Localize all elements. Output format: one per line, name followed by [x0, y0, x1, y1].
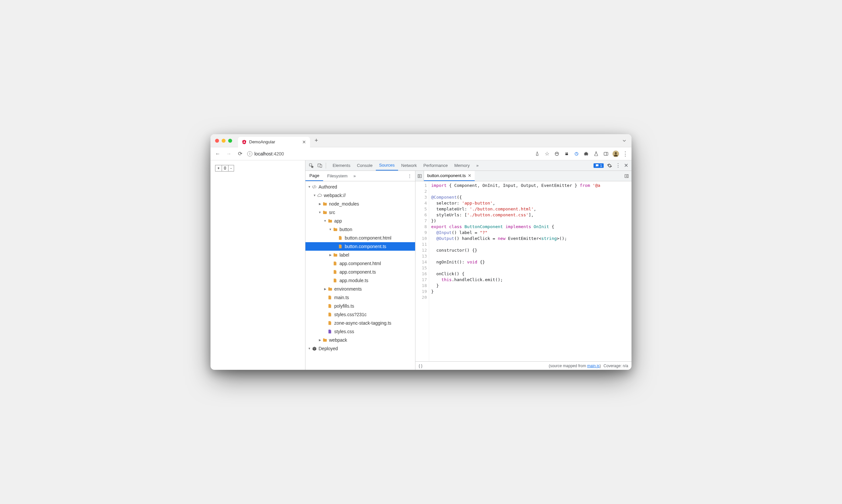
chrome-window: DemoAngular ✕ + ← → ⟳ i localhost:4200 ☆… — [211, 134, 631, 370]
source-map-info: (source mapped from main.js) — [549, 364, 601, 368]
source-map-link[interactable]: main.js — [587, 364, 600, 368]
tree-styles-q[interactable]: styles.css?231c — [305, 310, 415, 319]
pretty-print-icon[interactable]: { } — [419, 364, 422, 368]
issue-count: 1 — [600, 164, 602, 167]
minimize-window-icon[interactable] — [222, 139, 226, 143]
tab-close-icon[interactable]: ✕ — [302, 140, 306, 145]
tree-styles[interactable]: styles.css — [305, 327, 415, 336]
counter-widget: + 0 - — [215, 165, 234, 172]
tree-button-html[interactable]: button.component.html — [305, 234, 415, 242]
devtools-close-icon[interactable]: ✕ — [624, 162, 628, 168]
tree-node-modules[interactable]: ▶node_modules — [305, 200, 415, 208]
angular-icon — [242, 140, 247, 144]
code-editor[interactable]: 1234567891011121314151617181920 import {… — [415, 181, 631, 361]
file-tab[interactable]: button.component.ts ✕ — [424, 171, 475, 181]
sidebar-tabs-overflow[interactable]: » — [354, 171, 356, 181]
chrome-menu-button[interactable]: ⋮ — [622, 150, 628, 158]
tree-webpack[interactable]: ▼webpack:// — [305, 191, 415, 200]
extension-icon-2[interactable] — [563, 150, 570, 157]
tabs-overflow[interactable]: » — [473, 160, 482, 170]
editor-area: button.component.ts ✕ 123456789101112131… — [415, 171, 631, 370]
tab-memory[interactable]: Memory — [451, 160, 473, 170]
profile-avatar[interactable] — [612, 150, 619, 157]
toggle-debugger-icon[interactable] — [622, 171, 631, 181]
svg-point-4 — [557, 153, 558, 154]
file-tab-name: button.component.ts — [427, 173, 466, 178]
tree-label[interactable]: ▶label — [305, 251, 415, 259]
counter-plus-button[interactable]: + — [215, 165, 222, 171]
devtools: Elements Console Sources Network Perform… — [305, 160, 631, 370]
tab-network[interactable]: Network — [398, 160, 420, 170]
titlebar: DemoAngular ✕ + — [211, 134, 631, 147]
url-port: :4200 — [272, 151, 284, 157]
settings-icon[interactable] — [607, 163, 612, 168]
tab-elements[interactable]: Elements — [329, 160, 354, 170]
tree-environments[interactable]: ▶environments — [305, 285, 415, 293]
share-icon[interactable] — [534, 150, 540, 157]
tree-button[interactable]: ▼button — [305, 225, 415, 234]
sidebar-tab-page[interactable]: Page — [305, 171, 323, 181]
svg-rect-5 — [566, 153, 568, 155]
svg-point-7 — [567, 152, 568, 153]
sidebar-menu-icon[interactable]: ⋮ — [404, 171, 415, 181]
tree-app-module[interactable]: app.module.ts — [305, 276, 415, 285]
new-tab-button[interactable]: + — [315, 137, 318, 144]
source-code: import { Component, OnInit, Input, Outpu… — [429, 181, 631, 361]
tab-overflow-button[interactable] — [622, 138, 627, 143]
svg-rect-9 — [604, 152, 608, 155]
page-content: + 0 - — [211, 160, 305, 370]
extension-icon-3[interactable] — [573, 150, 580, 157]
tree-deployed[interactable]: ▼Deployed — [305, 344, 415, 353]
svg-point-3 — [556, 153, 557, 154]
tab-title: DemoAngular — [249, 140, 275, 144]
tree-app[interactable]: ▼app — [305, 217, 415, 225]
side-panel-icon[interactable] — [603, 150, 609, 157]
tab-performance[interactable]: Performance — [420, 160, 451, 170]
reload-button[interactable]: ⟳ — [236, 150, 244, 157]
svg-rect-15 — [320, 165, 322, 167]
site-info-icon[interactable]: i — [247, 151, 252, 157]
file-tab-close-icon[interactable]: ✕ — [468, 173, 471, 178]
window-controls — [211, 139, 237, 143]
sidebar-tab-filesystem[interactable]: Filesystem — [323, 171, 351, 181]
toggle-navigator-icon[interactable] — [415, 171, 424, 181]
bookmark-icon[interactable]: ☆ — [544, 150, 550, 157]
file-tabs: button.component.ts ✕ — [415, 171, 631, 181]
tab-sources[interactable]: Sources — [376, 160, 398, 170]
tab-console[interactable]: Console — [354, 160, 376, 170]
toolbar: ← → ⟳ i localhost:4200 ☆ ⋮ — [211, 147, 631, 160]
tree-button-ts[interactable]: button.component.ts — [305, 242, 415, 251]
tree-webpack-folder[interactable]: ▶webpack — [305, 336, 415, 344]
sources-sidebar: Page Filesystem » ⋮ ▼Authored▼webpack://… — [305, 171, 415, 370]
editor-footer: { } (source mapped from main.js) Coverag… — [415, 361, 631, 370]
tree-app-ts[interactable]: app.component.ts — [305, 268, 415, 276]
extensions-puzzle-icon[interactable] — [583, 150, 590, 157]
svg-point-12 — [615, 152, 617, 154]
line-numbers: 1234567891011121314151617181920 — [415, 181, 429, 361]
body: + 0 - Elements Console Sources Network P… — [211, 160, 631, 370]
extension-icon[interactable] — [554, 150, 560, 157]
device-icon[interactable] — [317, 163, 322, 168]
forward-button: → — [225, 151, 233, 157]
tree-polyfills[interactable]: polyfills.ts — [305, 302, 415, 310]
address-bar[interactable]: i localhost:4200 — [247, 151, 531, 157]
devtools-menu-icon[interactable]: ⋮ — [615, 162, 621, 168]
inspect-icon[interactable] — [309, 163, 314, 168]
tree-app-html[interactable]: app.component.html — [305, 259, 415, 268]
tree-main[interactable]: main.ts — [305, 293, 415, 302]
tree-zone[interactable]: zone-async-stack-tagging.ts — [305, 319, 415, 327]
maximize-window-icon[interactable] — [228, 139, 232, 143]
counter-value: 0 — [222, 165, 229, 171]
devtools-tabs: Elements Console Sources Network Perform… — [305, 160, 631, 171]
file-tree: ▼Authored▼webpack://▶node_modules▼src▼ap… — [305, 181, 415, 370]
issues-badge[interactable]: 1 — [593, 163, 604, 168]
back-button[interactable]: ← — [214, 151, 222, 157]
browser-tab[interactable]: DemoAngular ✕ — [238, 137, 310, 147]
svg-point-6 — [566, 152, 567, 153]
tree-src[interactable]: ▼src — [305, 208, 415, 217]
counter-minus-button[interactable]: - — [229, 165, 234, 171]
tree-authored[interactable]: ▼Authored — [305, 183, 415, 191]
labs-icon[interactable] — [593, 150, 599, 157]
close-window-icon[interactable] — [215, 139, 219, 143]
url-host: localhost — [254, 151, 272, 157]
